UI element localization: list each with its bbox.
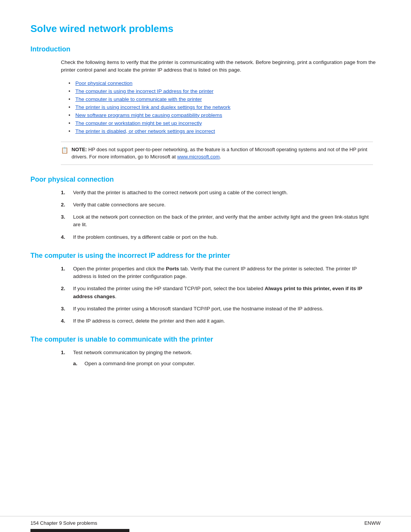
list-number: 3. [61, 305, 68, 313]
sub-content: Open a command-line prompt on your compu… [84, 360, 195, 367]
list-item: The computer or workstation might be set… [68, 120, 381, 126]
incorrect-ip-heading: The computer is using the incorrect IP a… [30, 252, 381, 260]
incorrect-ip-list: 1. Open the printer properties and click… [61, 265, 373, 325]
list-number: 2. [61, 201, 68, 209]
footer-right: ENWW [364, 520, 381, 526]
list-item: The computer is unable to communicate wi… [68, 96, 381, 102]
list-content: If the problem continues, try a differen… [73, 233, 373, 241]
unable-communicate-section: The computer is unable to communicate wi… [30, 335, 381, 370]
list-item: 1. Test network communication by pinging… [61, 349, 373, 370]
list-content: Look at the network port connection on t… [73, 213, 373, 229]
incorrect-ip-section: The computer is using the incorrect IP a… [30, 252, 381, 325]
note-text: HP does not support peer-to-peer network… [72, 147, 367, 160]
list-item: The printer is disabled, or other networ… [68, 128, 381, 134]
list-content: Open the printer properties and click th… [73, 265, 373, 281]
toc-list: Poor physical connection The computer is… [68, 80, 381, 134]
toc-link-compatibility[interactable]: New software programs might be causing c… [75, 112, 222, 118]
sub-list-item: a. Open a command-line prompt on your co… [73, 360, 373, 367]
poor-physical-heading: Poor physical connection [30, 176, 381, 184]
microsoft-link[interactable]: www.microsoft.com [177, 154, 220, 160]
toc-link-workstation[interactable]: The computer or workstation might be set… [75, 120, 202, 126]
list-item: New software programs might be causing c… [68, 112, 381, 118]
toc-link-incorrect-ip[interactable]: The computer is using the incorrect IP a… [75, 88, 213, 94]
list-content: Verify that cable connections are secure… [73, 201, 373, 209]
list-content: Test network communication by pinging th… [73, 349, 373, 370]
note-content: NOTE: HP does not support peer-to-peer n… [72, 146, 373, 161]
note-box: 📋 NOTE: HP does not support peer-to-peer… [61, 142, 373, 165]
page-container: Solve wired network problems Introductio… [0, 0, 411, 411]
list-item: 4. If the IP address is correct, delete … [61, 317, 373, 325]
list-number: 4. [61, 317, 68, 325]
unable-communicate-list: 1. Test network communication by pinging… [61, 349, 373, 370]
note-icon: 📋 [61, 146, 68, 155]
note-label: NOTE: [72, 147, 87, 152]
list-item: 3. Look at the network port connection o… [61, 213, 373, 229]
toc-link-unable-communicate[interactable]: The computer is unable to communicate wi… [75, 96, 202, 102]
list-number: 2. [61, 285, 68, 300]
unable-communicate-heading: The computer is unable to communicate wi… [30, 335, 381, 343]
list-number: 1. [61, 265, 68, 281]
page-title: Solve wired network problems [30, 23, 381, 35]
list-content: If the IP address is correct, delete the… [73, 317, 373, 325]
list-content: If you installed the printer using a Mic… [73, 305, 373, 313]
list-number: 1. [61, 189, 68, 197]
sub-label: a. [73, 360, 80, 367]
footer-bar [30, 529, 129, 532]
sub-list: a. Open a command-line prompt on your co… [73, 360, 373, 367]
intro-text: Check the following items to verify that… [61, 59, 381, 74]
toc-link-disabled[interactable]: The printer is disabled, or other networ… [75, 128, 215, 134]
introduction-heading: Introduction [30, 45, 381, 53]
footer-left: 154 Chapter 9 Solve problems [30, 520, 97, 526]
list-item: Poor physical connection [68, 80, 381, 86]
list-item: The computer is using the incorrect IP a… [68, 88, 381, 94]
list-item: 1. Open the printer properties and click… [61, 265, 373, 281]
list-item: 4. If the problem continues, try a diffe… [61, 233, 373, 241]
list-number: 3. [61, 213, 68, 229]
list-item: The printer is using incorrect link and … [68, 104, 381, 110]
list-item: 2. Verify that cable connections are sec… [61, 201, 373, 209]
toc-link-link-duplex[interactable]: The printer is using incorrect link and … [75, 104, 230, 110]
poor-physical-section: Poor physical connection 1. Verify that … [30, 176, 381, 241]
toc-link-poor-physical[interactable]: Poor physical connection [75, 80, 132, 86]
list-content: Verify that the printer is attached to t… [73, 189, 373, 197]
list-number: 1. [61, 349, 68, 370]
list-content: If you installed the printer using the H… [73, 285, 373, 300]
list-item: 1. Verify that the printer is attached t… [61, 189, 373, 197]
list-item: 3. If you installed the printer using a … [61, 305, 373, 313]
list-number: 4. [61, 233, 68, 241]
list-item: 2. If you installed the printer using th… [61, 285, 373, 300]
poor-physical-list: 1. Verify that the printer is attached t… [61, 189, 373, 241]
